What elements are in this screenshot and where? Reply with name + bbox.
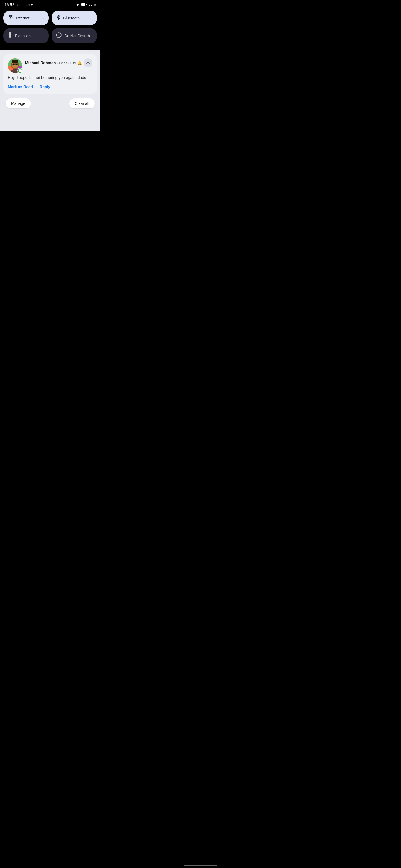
wifi-icon <box>8 15 13 21</box>
status-time: 16:52 <box>4 2 14 7</box>
notification-app-time: · Chat · 13d 🔔 <box>57 61 82 65</box>
avatar-container <box>8 58 22 73</box>
svg-rect-3 <box>9 32 11 34</box>
chat-badge-icon <box>19 69 22 72</box>
reply-button[interactable]: Reply <box>39 84 50 90</box>
battery-icon <box>81 3 87 7</box>
svg-rect-2 <box>82 3 85 6</box>
qs-row-2: Flashlight Do Not Disturb <box>3 28 97 43</box>
notification-bottom-actions: Manage Clear all <box>3 98 97 108</box>
bluetooth-icon <box>56 14 60 22</box>
flashlight-icon <box>8 32 12 39</box>
notification-sender: Mishaal Rahman <box>25 61 56 65</box>
expand-button[interactable] <box>84 58 92 67</box>
svg-rect-1 <box>86 4 87 5</box>
notification-header: Mishaal Rahman · Chat · 13d 🔔 <box>8 58 92 73</box>
svg-marker-23 <box>19 71 21 72</box>
alert-icon: 🔔 <box>78 61 82 65</box>
screen: 16:52 Sat, Oct 5 ▼ 77% <box>0 0 100 217</box>
status-time-date: 16:52 Sat, Oct 5 <box>4 2 33 7</box>
quick-settings: Internet › Bluetooth › <box>0 8 100 50</box>
svg-point-16 <box>13 64 14 65</box>
qs-tile-dnd[interactable]: Do Not Disturb <box>52 28 97 43</box>
chat-app-badge <box>17 68 23 73</box>
svg-rect-5 <box>9 37 11 38</box>
qs-row-1: Internet › Bluetooth › <box>3 10 97 25</box>
internet-arrow-icon: › <box>43 16 44 20</box>
wifi-icon: ▼ <box>76 2 80 7</box>
svg-rect-22 <box>19 69 22 71</box>
qs-tile-internet[interactable]: Internet › <box>3 10 49 25</box>
notification-sender-meta: Mishaal Rahman · Chat · 13d 🔔 <box>25 60 82 65</box>
manage-button[interactable]: Manage <box>6 98 31 108</box>
notification-title-row: Mishaal Rahman · Chat · 13d 🔔 <box>25 58 92 67</box>
flashlight-label: Flashlight <box>15 34 44 38</box>
status-date: Sat, Oct 5 <box>17 3 33 7</box>
notification-message: Hey, I hope I'm not bothering you again,… <box>8 75 92 81</box>
bluetooth-arrow-icon: › <box>91 16 92 20</box>
notification-actions: Mark as Read Reply <box>8 84 92 90</box>
notification-panel: Mishaal Rahman · Chat · 13d 🔔 <box>0 50 100 131</box>
mark-as-read-button[interactable]: Mark as Read <box>8 84 33 90</box>
bluetooth-label: Bluetooth <box>63 16 88 20</box>
notification-card: Mishaal Rahman · Chat · 13d 🔔 <box>3 54 97 94</box>
status-bar: 16:52 Sat, Oct 5 ▼ 77% <box>0 0 100 8</box>
qs-tile-flashlight[interactable]: Flashlight <box>3 28 49 43</box>
notification-content: Mishaal Rahman · Chat · 13d 🔔 <box>25 58 92 68</box>
internet-label: Internet <box>16 16 40 20</box>
svg-point-17 <box>16 64 17 65</box>
dnd-icon <box>56 32 61 39</box>
svg-marker-4 <box>9 34 11 37</box>
status-icons: ▼ 77% <box>76 2 96 7</box>
qs-tile-bluetooth[interactable]: Bluetooth › <box>52 10 97 25</box>
clear-all-button[interactable]: Clear all <box>69 98 95 108</box>
battery-percentage: 77% <box>89 3 96 7</box>
svg-point-15 <box>12 60 18 63</box>
dnd-label: Do Not Disturb <box>64 34 92 38</box>
